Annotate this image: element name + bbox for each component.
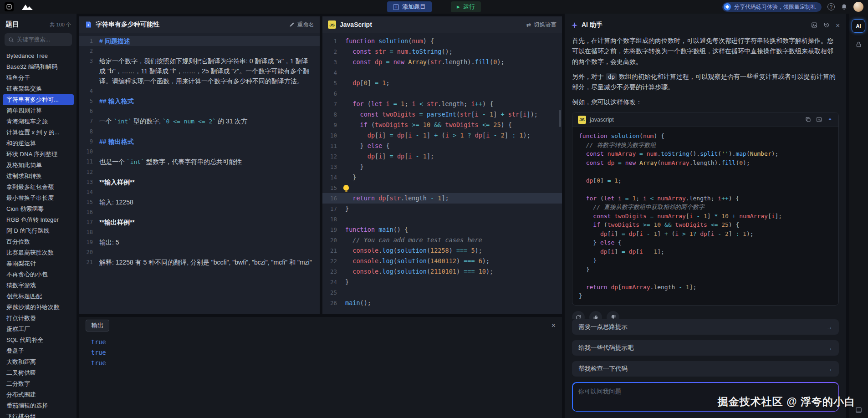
problem-panel-header: 字符串有多少种可能性 重命名 — [79, 16, 320, 33]
hint-lightbulb-icon[interactable] — [343, 185, 349, 190]
magic-icon[interactable] — [827, 117, 833, 122]
avatar[interactable] — [853, 2, 863, 12]
line-number: 8 — [79, 127, 99, 137]
sidebar-item[interactable]: Cion 勒索病毒 — [3, 204, 74, 214]
sidebar-item[interactable]: 计算位置 x 到 y 的... — [3, 127, 74, 138]
sidebar-item[interactable]: Bytedance Tree — [3, 51, 74, 61]
ai-suggestion[interactable]: 给我一些代码提示吧→ — [572, 340, 839, 356]
editor-panel: JS JavaScript ⇄ 切换语言 1function solution(… — [322, 16, 562, 314]
export-image-icon[interactable] — [811, 22, 817, 28]
switch-icon: ⇄ — [526, 21, 531, 28]
regenerate-icon[interactable] — [572, 311, 585, 320]
app-logo-icon[interactable] — [5, 2, 14, 11]
sidebar-item[interactable]: 猜数字游戏 — [3, 280, 74, 291]
sidebar-item[interactable]: 蛋糕工厂 — [3, 324, 74, 335]
line-number: 15 — [79, 197, 99, 207]
sidebar-item[interactable]: 穿越沙漠的补给次数 — [3, 302, 74, 313]
markdown-line: 17**输出样例** — [79, 217, 320, 227]
sidebar-item[interactable]: 青海湖租车之旅 — [3, 116, 74, 127]
sidebar-item[interactable]: 比赛最高获胜次数 — [3, 247, 74, 258]
line-number: 2 — [322, 46, 345, 57]
sidebar-item[interactable]: 拿到最多红包金额 — [3, 182, 74, 193]
panel-toggle-icon[interactable] — [855, 407, 862, 413]
sidebar-item[interactable]: Base32 编码和解码 — [3, 61, 74, 72]
ai-close-icon[interactable]: × — [836, 21, 840, 29]
ai-message-area: 首先，在计算两个数字组成的两位数时，可以避免每次都进行字符串转换和数字解析操作。… — [565, 34, 846, 319]
sidebar-item[interactable]: 链表聚集交换 — [3, 83, 74, 94]
sidebar-item[interactable]: RGB 色值转 Integer — [3, 214, 74, 225]
code-line: 23 console.log(solution(2110101) === 10)… — [322, 266, 562, 277]
output-tab[interactable]: 输出 — [86, 320, 109, 331]
copy-icon[interactable] — [805, 117, 811, 122]
add-problem-button[interactable]: + 添加题目 — [387, 1, 432, 12]
markdown-line: 11也是一个 `int` 型数字，代表字符串的总共可能性 — [79, 157, 320, 167]
rename-button[interactable]: 重命名 — [289, 21, 315, 29]
line-number: 21 — [79, 257, 99, 267]
line-number: 25 — [322, 287, 345, 298]
insert-code-icon[interactable] — [816, 117, 822, 122]
history-icon[interactable] — [823, 22, 830, 28]
sidebar-item[interactable]: 环状 DNA 序列整理 — [3, 149, 74, 160]
bell-icon[interactable] — [841, 4, 848, 10]
sidebar-item[interactable]: 猫鱼分干 — [3, 72, 74, 83]
problems-sidebar: 题目 共 100 个 Bytedance TreeBase32 编码和解码猫鱼分… — [0, 14, 77, 418]
line-number: 3 — [322, 57, 345, 67]
code-line: 25 — [322, 287, 562, 298]
sidebar-item[interactable]: 字符串有多少种可... — [3, 94, 74, 105]
ai-code-lines[interactable]: function solution(num) { // 将数字转换为数字数组 c… — [572, 127, 838, 305]
sidebar-item[interactable]: 创意标题匹配 — [3, 291, 74, 302]
sidebar-item[interactable]: 百分位数 — [3, 236, 74, 247]
code-line: 8 const twoDigits = parseInt(str[i - 1] … — [322, 109, 562, 120]
output-close-icon[interactable]: × — [551, 321, 556, 330]
js-badge-icon: JS — [578, 116, 586, 124]
line-number: 7 — [322, 99, 345, 109]
sidebar-item[interactable]: 分布式围建 — [3, 389, 74, 400]
center-column: 字符串有多少种可能性 重命名 1# 问题描述23给定一个数字，我们按照如下规则把… — [79, 16, 562, 418]
switch-language-button[interactable]: ⇄ 切换语言 — [526, 21, 557, 29]
line-number: 24 — [322, 277, 345, 287]
search-input[interactable] — [17, 36, 68, 43]
thumbs-down-icon[interactable] — [607, 311, 619, 320]
ai-assistant-toggle[interactable]: AI — [852, 19, 865, 33]
code-line: 9 if (twoDigits >= 10 && twoDigits <= 25… — [322, 120, 562, 130]
js-badge-icon: JS — [328, 20, 336, 29]
lock-icon[interactable] — [855, 41, 862, 48]
editor-lines[interactable]: 1function solution(num) {2 const str = n… — [322, 33, 562, 314]
sidebar-item[interactable]: 飞行棋分组 — [3, 411, 74, 418]
sidebar-item[interactable]: 最小替换子串长度 — [3, 193, 74, 204]
sidebar-item[interactable]: 二分数字 — [3, 378, 74, 389]
brand-mountain-logo-icon[interactable] — [19, 2, 36, 12]
sidebar-item[interactable]: 和的逆运算 — [3, 138, 74, 149]
sidebar-item[interactable]: 大数和距离 — [3, 357, 74, 367]
sidebar-item[interactable]: 番茄编辑的选择 — [3, 400, 74, 411]
sidebar-item[interactable]: 暴雨梨花针 — [3, 258, 74, 269]
markdown-line: 3给定一个数字，我们按照如下规则把它翻译为字符串: 0 翻译成 "a"，1 翻译… — [79, 56, 320, 86]
ai-suggestion[interactable]: 帮我检查一下代码→ — [572, 361, 839, 377]
share-banner[interactable]: 分享代码练习体验，领限量定制礼 — [722, 2, 822, 12]
sidebar-item[interactable]: SQL 代码补全 — [3, 335, 74, 346]
sidebar-header: 题目 共 100 个 — [0, 16, 77, 33]
editor-scrollbar[interactable] — [559, 110, 561, 127]
sidebar-item[interactable]: 进制求和转换 — [3, 171, 74, 182]
sidebar-item[interactable]: 二叉树供暖 — [3, 367, 74, 378]
code-line: 20 // You can add more test cases here — [322, 235, 562, 245]
sidebar-item[interactable]: 叠盘子 — [3, 346, 74, 357]
output-line: true — [91, 347, 562, 358]
ai-suggestion[interactable]: 需要一点思路提示→ — [572, 319, 839, 335]
sidebar-item[interactable]: 及格如此简单 — [3, 160, 74, 171]
sidebar-item[interactable]: 简单四则计算 — [3, 105, 74, 116]
help-icon[interactable]: ? — [827, 3, 835, 10]
markdown-line: 14 — [79, 187, 320, 197]
sidebar-item[interactable]: 打点计数器 — [3, 313, 74, 324]
run-button[interactable]: ▶ 运行 — [451, 1, 481, 12]
thumbs-up-icon[interactable] — [589, 311, 602, 320]
sidebar-item[interactable]: 不再贪心的小包 — [3, 269, 74, 280]
problem-lines[interactable]: 1# 问题描述23给定一个数字，我们按照如下规则把它翻译为字符串: 0 翻译成 … — [79, 33, 320, 314]
markdown-line: 21解释: 12258 有 5 种不同的翻译, 分别是 "bccfi", "bw… — [79, 257, 320, 267]
line-number: 19 — [322, 224, 345, 235]
ai-paragraph: 另外，对于 dp 数组的初始化和计算过程，可以观察是否有一些重复计算或者可以提前… — [572, 71, 839, 92]
line-number: 17 — [322, 204, 345, 214]
ai-paragraphs: 首先，在计算两个数字组成的两位数时，可以避免每次都进行字符串转换和数字解析操作。… — [572, 36, 839, 107]
sidebar-item[interactable]: 阿 D 的飞行路线 — [3, 225, 74, 236]
ai-code-line — [579, 274, 832, 283]
